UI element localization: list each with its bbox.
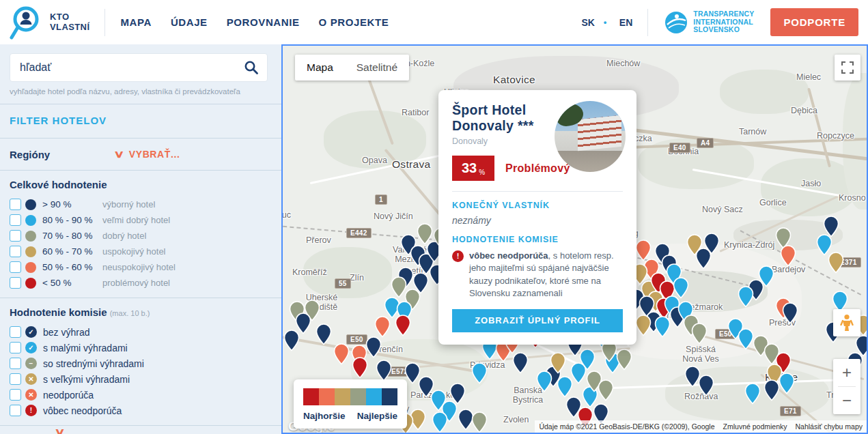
- score-badge: 33 %: [452, 156, 494, 181]
- town-label-miechow: Miechów: [606, 59, 640, 68]
- map-type-map-button[interactable]: Mapa: [295, 61, 345, 74]
- nav-item-udaje[interactable]: ÚDAJE: [171, 16, 208, 28]
- hotel-map-pin[interactable]: [828, 252, 844, 276]
- hotel-map-pin[interactable]: [512, 352, 529, 377]
- commission-checkbox[interactable]: [10, 373, 21, 385]
- hotel-map-pin[interactable]: [598, 379, 614, 404]
- sidebar: vyhľadajte hotel podľa názvu, adresy, vl…: [0, 44, 281, 434]
- street-view-button[interactable]: [833, 309, 860, 336]
- hotel-map-pin[interactable]: [695, 248, 712, 272]
- hotel-map-pin[interactable]: [471, 411, 488, 434]
- town-label-opava: Opava: [362, 156, 387, 165]
- card-divider: [452, 191, 623, 192]
- hotel-map-pin[interactable]: [449, 383, 466, 407]
- fullscreen-icon: [841, 61, 854, 74]
- header-divider: [104, 9, 105, 36]
- hotel-photo-building: [578, 115, 621, 151]
- town-label-katovice: Katovice: [493, 74, 535, 86]
- rating-checkbox[interactable]: [10, 199, 21, 210]
- hotel-map-pin[interactable]: [764, 379, 780, 404]
- score-label: Problémový: [505, 162, 570, 175]
- fullscreen-button[interactable]: [835, 55, 860, 81]
- hotel-map-pin[interactable]: [782, 302, 798, 327]
- hotel-map-pin[interactable]: [616, 349, 632, 373]
- hotel-map-pin[interactable]: [691, 323, 708, 347]
- commission-rating-options: ✓bez výhrad✓s malými výhradami−so stredn…: [10, 324, 272, 418]
- score-value: 33: [462, 160, 477, 176]
- transparency-international-logo[interactable]: TRANSPARENCY INTERNATIONAL SLOVENSKO: [663, 10, 754, 35]
- rating-checkbox[interactable]: [10, 214, 21, 226]
- brand-text: KTO VLASTNÍ: [50, 12, 89, 32]
- hotel-map-pin[interactable]: [352, 357, 368, 381]
- map-attribution: Údaje máp ©2021 GeoBasis-DE/BKG (©2009),…: [535, 420, 867, 433]
- rating-color-dot: [25, 231, 36, 242]
- search-icon[interactable]: [244, 60, 259, 75]
- regions-select[interactable]: ∨ VYBRAŤ...: [115, 148, 180, 160]
- hotel-map-pin[interactable]: [780, 245, 796, 270]
- hotel-map-pin[interactable]: [316, 323, 332, 348]
- hotel-map-pin[interactable]: [283, 330, 300, 354]
- commission-checkbox[interactable]: [10, 405, 21, 416]
- nav-item-porovnanie[interactable]: POROVNANIE: [227, 16, 300, 28]
- commission-checkbox[interactable]: [10, 358, 21, 369]
- terms-link[interactable]: Zmluvné podmienky: [719, 420, 792, 433]
- legend-swatch-5: [382, 388, 397, 405]
- commission-checkbox[interactable]: [10, 326, 21, 338]
- hotel-map-pin[interactable]: [738, 328, 754, 353]
- rating-color-dot: [25, 278, 36, 289]
- rating-checkbox[interactable]: [10, 246, 21, 257]
- hotel-map-pin[interactable]: [635, 315, 652, 339]
- commission-glyph-icon: !: [25, 405, 37, 416]
- regions-row: Regióny ∨ VYBRAŤ...: [0, 139, 281, 170]
- rating-range-label: > 90 %: [42, 199, 102, 209]
- nav-item-mapa[interactable]: MAPA: [120, 16, 151, 28]
- rating-color-dot: [25, 215, 36, 226]
- commission-label: s veľkými výhradami: [43, 374, 130, 385]
- nav-item-o-projekte[interactable]: O PROJEKTE: [319, 16, 389, 28]
- regions-select-label: VYBRAŤ...: [129, 149, 180, 160]
- brand-logo[interactable]: KTO VLASTNÍ: [8, 3, 89, 42]
- search-input[interactable]: [18, 61, 244, 74]
- lang-en[interactable]: EN: [619, 17, 632, 28]
- rating-checkbox[interactable]: [10, 230, 21, 242]
- show-full-profile-button[interactable]: ZOBRAZIŤ ÚPLNÝ PROFIL: [452, 309, 623, 332]
- hotel-map-pin[interactable]: [417, 223, 433, 248]
- lang-sk[interactable]: SK: [581, 17, 594, 28]
- hotel-map-pin[interactable]: [654, 316, 671, 341]
- commission-label: so strednými výhradami: [43, 358, 144, 369]
- map-canvas[interactable]: Kędzierzyn-KoźleHliviceKatoviceMiechówMi…: [281, 44, 868, 434]
- zoom-in-button[interactable]: +: [833, 359, 860, 386]
- town-label-jas-o: Jasło: [801, 179, 821, 188]
- commission-rating-title: Hodnotenie komisie (max. 10 b.): [10, 306, 272, 318]
- support-button[interactable]: PODPORTE: [770, 8, 858, 36]
- score-unit: %: [479, 169, 485, 176]
- rating-checkbox[interactable]: [10, 277, 21, 289]
- town-label-novy-sacz: Nový Sacz: [702, 205, 743, 214]
- commission-checkbox[interactable]: [10, 342, 21, 353]
- hotel-map-pin[interactable]: [333, 343, 350, 368]
- legend-swatch-1: [319, 388, 335, 405]
- legend-best-label: Najlepšie: [357, 411, 397, 421]
- hotel-map-pin[interactable]: [471, 362, 488, 387]
- zoom-out-button[interactable]: −: [833, 387, 860, 414]
- rating-color-dot: [25, 199, 36, 210]
- hotel-map-pin[interactable]: [744, 383, 761, 407]
- hotel-map-pin[interactable]: [779, 373, 795, 397]
- map-type-satellite-button[interactable]: Satelitné: [345, 61, 409, 74]
- sidebar-divider: [0, 425, 281, 426]
- hotel-map-pin[interactable]: [536, 371, 552, 395]
- town-label-tarnow: Tarnów: [739, 127, 766, 136]
- commission-checkbox[interactable]: [10, 389, 21, 401]
- hotel-map-pin[interactable]: [570, 362, 587, 387]
- hotel-map-pin[interactable]: [684, 366, 701, 390]
- town-label-mielec: Mielec: [796, 72, 821, 82]
- report-error-link[interactable]: Nahlásiť chybu mapy: [792, 420, 867, 433]
- rating-color-dot: [25, 262, 36, 273]
- hotel-map-pin[interactable]: [738, 286, 754, 310]
- rating-checkbox[interactable]: [10, 261, 21, 273]
- commission-glyph-icon: ✕: [25, 373, 37, 385]
- hotel-map-pin[interactable]: [432, 411, 448, 434]
- main-nav: MAPAÚDAJEPOROVNANIEO PROJEKTE: [120, 16, 389, 28]
- search-helper-text: vyhľadajte hotel podľa názvu, adresy, vl…: [10, 87, 268, 96]
- hotel-map-pin[interactable]: [395, 315, 411, 339]
